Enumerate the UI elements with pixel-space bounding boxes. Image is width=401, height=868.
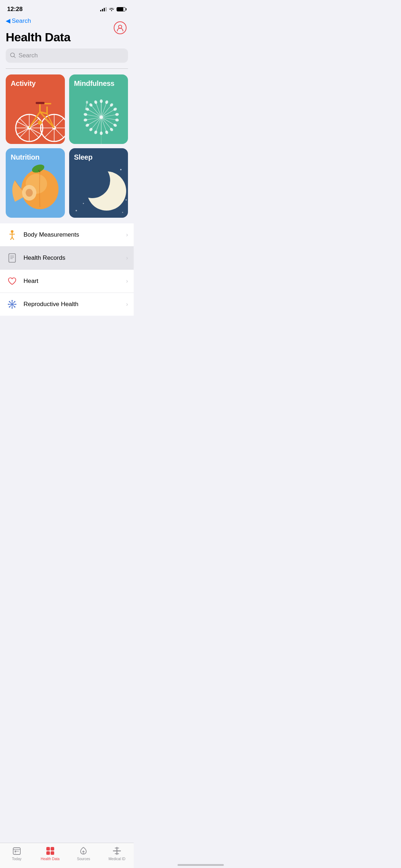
mindfulness-label: Mindfulness xyxy=(74,79,114,88)
svg-point-58 xyxy=(100,131,103,135)
svg-point-84 xyxy=(122,212,123,213)
health-records-chevron: › xyxy=(126,255,128,261)
svg-point-55 xyxy=(113,123,118,128)
heart-label: Heart xyxy=(24,278,121,285)
svg-point-111 xyxy=(14,306,16,308)
heart-chevron: › xyxy=(126,278,128,284)
svg-point-82 xyxy=(125,199,127,201)
reproductive-health-icon xyxy=(6,298,19,311)
svg-point-66 xyxy=(94,100,98,104)
nutrition-label: Nutrition xyxy=(11,153,40,161)
svg-point-61 xyxy=(85,123,90,128)
signal-icon xyxy=(100,7,107,11)
svg-line-2 xyxy=(14,56,15,58)
svg-rect-93 xyxy=(9,254,16,262)
status-time: 12:28 xyxy=(7,6,22,13)
list-section: Body Measurements › Health Records › xyxy=(0,223,134,316)
activity-illustration xyxy=(11,87,65,144)
svg-point-110 xyxy=(9,301,10,303)
search-container: Search xyxy=(0,48,134,68)
svg-point-81 xyxy=(83,203,84,204)
svg-point-109 xyxy=(15,304,16,305)
list-row-reproductive-health[interactable]: Reproductive Health › xyxy=(0,293,134,316)
mindfulness-illustration xyxy=(74,91,128,144)
wifi-icon xyxy=(109,7,114,12)
svg-rect-25 xyxy=(44,103,51,104)
back-label: Search xyxy=(12,17,31,25)
search-bar[interactable]: Search xyxy=(6,48,128,63)
reproductive-health-chevron: › xyxy=(126,301,128,308)
nutrition-illustration xyxy=(8,161,65,218)
body-measurements-label: Body Measurements xyxy=(24,231,121,238)
list-row-health-records[interactable]: Health Records › xyxy=(0,247,134,270)
svg-point-76 xyxy=(26,189,33,197)
svg-point-106 xyxy=(11,300,13,301)
svg-point-54 xyxy=(115,118,119,122)
search-placeholder: Search xyxy=(19,52,38,59)
profile-avatar xyxy=(114,21,127,34)
svg-point-63 xyxy=(83,113,87,116)
svg-point-30 xyxy=(99,115,103,119)
sleep-illustration xyxy=(71,161,128,218)
activity-label: Activity xyxy=(11,79,36,88)
reproductive-health-label: Reproductive Health xyxy=(24,301,121,308)
svg-rect-26 xyxy=(36,102,45,104)
status-bar: 12:28 xyxy=(0,0,134,16)
battery-icon xyxy=(117,7,127,11)
category-card-mindfulness[interactable]: Mindfulness xyxy=(69,74,128,144)
svg-line-91 xyxy=(10,237,12,240)
svg-point-62 xyxy=(83,118,87,122)
profile-button[interactable] xyxy=(112,20,128,36)
search-icon xyxy=(10,52,16,59)
category-card-activity[interactable]: Activity xyxy=(6,74,65,144)
list-row-heart[interactable]: Heart › xyxy=(0,270,134,293)
health-records-label: Health Records xyxy=(24,254,121,262)
back-chevron-icon: ◀ xyxy=(6,17,10,25)
category-grid: Activity xyxy=(0,69,134,223)
list-row-body-measurements[interactable]: Body Measurements › xyxy=(0,223,134,247)
page-title: Health Data xyxy=(6,30,128,44)
status-icons xyxy=(100,7,127,12)
body-measurements-chevron: › xyxy=(126,232,128,238)
svg-point-52 xyxy=(113,107,118,112)
svg-point-87 xyxy=(74,162,110,198)
svg-line-92 xyxy=(12,237,14,240)
svg-point-108 xyxy=(8,304,9,305)
health-records-icon xyxy=(6,252,19,264)
svg-point-28 xyxy=(38,120,42,125)
body-measurements-icon xyxy=(6,228,19,241)
svg-point-79 xyxy=(120,169,122,170)
svg-point-113 xyxy=(9,306,10,308)
svg-point-68 xyxy=(86,101,88,104)
svg-point-107 xyxy=(11,307,13,309)
svg-point-85 xyxy=(76,210,77,211)
category-card-sleep[interactable]: Sleep xyxy=(69,148,128,218)
svg-point-50 xyxy=(105,100,109,104)
sleep-label: Sleep xyxy=(74,153,93,161)
heart-icon xyxy=(6,275,19,288)
category-card-nutrition[interactable]: Nutrition xyxy=(6,148,65,218)
svg-point-57 xyxy=(105,130,109,134)
svg-point-49 xyxy=(100,99,103,103)
svg-point-53 xyxy=(115,113,119,116)
svg-point-59 xyxy=(94,130,98,134)
svg-point-112 xyxy=(14,301,16,303)
